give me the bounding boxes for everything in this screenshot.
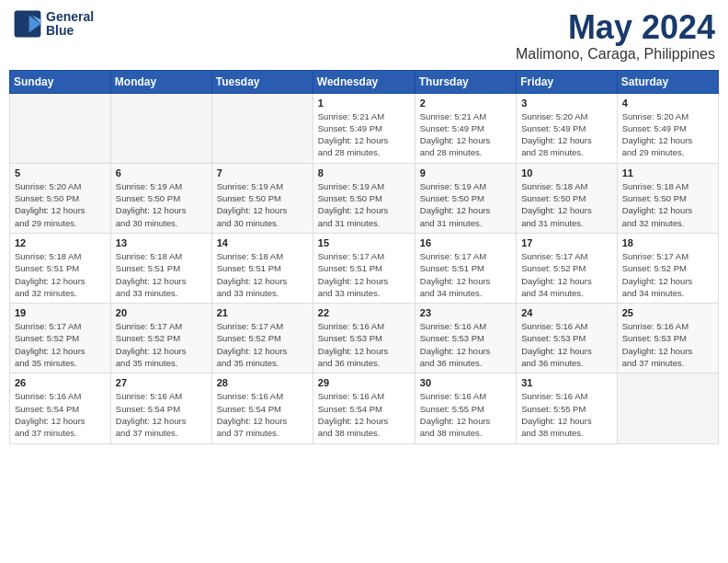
calendar-cell: 8Sunrise: 5:19 AM Sunset: 5:50 PM Daylig… [313, 163, 415, 233]
day-info: Sunrise: 5:19 AM Sunset: 5:50 PM Dayligh… [420, 180, 511, 229]
day-info: Sunrise: 5:17 AM Sunset: 5:52 PM Dayligh… [521, 250, 612, 299]
calendar-cell [10, 93, 111, 163]
calendar-cell: 18Sunrise: 5:17 AM Sunset: 5:52 PM Dayli… [617, 233, 718, 303]
day-number: 7 [217, 167, 308, 178]
day-info: Sunrise: 5:16 AM Sunset: 5:54 PM Dayligh… [217, 390, 308, 439]
calendar-cell: 9Sunrise: 5:19 AM Sunset: 5:50 PM Daylig… [415, 163, 516, 233]
calendar-cell: 15Sunrise: 5:17 AM Sunset: 5:51 PM Dayli… [313, 233, 415, 303]
calendar-cell: 19Sunrise: 5:17 AM Sunset: 5:52 PM Dayli… [10, 304, 111, 373]
calendar-cell [617, 373, 718, 443]
calendar-cell: 29Sunrise: 5:16 AM Sunset: 5:54 PM Dayli… [313, 373, 415, 443]
day-number: 4 [622, 98, 713, 109]
weekday-header: Friday [517, 70, 618, 93]
day-number: 9 [420, 167, 511, 178]
calendar-cell: 21Sunrise: 5:17 AM Sunset: 5:52 PM Dayli… [211, 304, 313, 373]
calendar-cell: 7Sunrise: 5:19 AM Sunset: 5:50 PM Daylig… [211, 163, 313, 233]
calendar-week-row: 1Sunrise: 5:21 AM Sunset: 5:49 PM Daylig… [10, 93, 719, 163]
day-info: Sunrise: 5:16 AM Sunset: 5:55 PM Dayligh… [420, 390, 511, 439]
calendar-cell: 10Sunrise: 5:18 AM Sunset: 5:50 PM Dayli… [517, 163, 618, 233]
calendar-week-row: 12Sunrise: 5:18 AM Sunset: 5:51 PM Dayli… [10, 233, 719, 303]
day-number: 16 [420, 237, 511, 248]
calendar-week-row: 19Sunrise: 5:17 AM Sunset: 5:52 PM Dayli… [10, 304, 719, 373]
calendar-cell: 26Sunrise: 5:16 AM Sunset: 5:54 PM Dayli… [10, 373, 111, 443]
day-info: Sunrise: 5:18 AM Sunset: 5:50 PM Dayligh… [521, 180, 612, 229]
day-info: Sunrise: 5:21 AM Sunset: 5:49 PM Dayligh… [420, 110, 511, 159]
calendar-header-row: SundayMondayTuesdayWednesdayThursdayFrid… [10, 70, 719, 93]
logo-icon [13, 9, 42, 39]
calendar-cell: 12Sunrise: 5:18 AM Sunset: 5:51 PM Dayli… [10, 233, 111, 303]
day-number: 21 [217, 307, 308, 318]
calendar-cell: 3Sunrise: 5:20 AM Sunset: 5:49 PM Daylig… [517, 93, 618, 163]
calendar-cell: 31Sunrise: 5:16 AM Sunset: 5:55 PM Dayli… [517, 373, 618, 443]
day-info: Sunrise: 5:19 AM Sunset: 5:50 PM Dayligh… [318, 180, 410, 229]
logo: General Blue [13, 9, 94, 39]
calendar-cell: 17Sunrise: 5:17 AM Sunset: 5:52 PM Dayli… [517, 233, 618, 303]
calendar-cell: 30Sunrise: 5:16 AM Sunset: 5:55 PM Dayli… [415, 373, 516, 443]
calendar-cell: 16Sunrise: 5:17 AM Sunset: 5:51 PM Dayli… [415, 233, 516, 303]
logo-line1: General [46, 10, 94, 24]
weekday-header: Tuesday [211, 70, 313, 93]
page-header: General Blue May 2024 Malimono, Caraga, … [9, 9, 719, 63]
calendar-cell: 23Sunrise: 5:16 AM Sunset: 5:53 PM Dayli… [415, 304, 516, 373]
day-number: 25 [622, 307, 713, 318]
day-number: 1 [318, 98, 410, 109]
day-number: 8 [318, 167, 410, 178]
day-number: 2 [420, 98, 511, 109]
day-info: Sunrise: 5:17 AM Sunset: 5:51 PM Dayligh… [318, 250, 410, 299]
calendar-cell: 5Sunrise: 5:20 AM Sunset: 5:50 PM Daylig… [10, 163, 111, 233]
day-number: 18 [622, 237, 713, 248]
day-number: 14 [217, 237, 308, 248]
day-number: 13 [116, 237, 207, 248]
day-info: Sunrise: 5:19 AM Sunset: 5:50 PM Dayligh… [116, 180, 207, 229]
day-info: Sunrise: 5:20 AM Sunset: 5:49 PM Dayligh… [622, 110, 713, 159]
month-title: May 2024 [516, 9, 715, 46]
calendar-week-row: 26Sunrise: 5:16 AM Sunset: 5:54 PM Dayli… [10, 373, 719, 443]
day-number: 19 [15, 307, 106, 318]
calendar-table: SundayMondayTuesdayWednesdayThursdayFrid… [9, 70, 719, 444]
day-number: 20 [116, 307, 207, 318]
calendar-cell: 22Sunrise: 5:16 AM Sunset: 5:53 PM Dayli… [313, 304, 415, 373]
day-info: Sunrise: 5:18 AM Sunset: 5:51 PM Dayligh… [116, 250, 207, 299]
day-info: Sunrise: 5:17 AM Sunset: 5:52 PM Dayligh… [217, 320, 308, 369]
day-info: Sunrise: 5:17 AM Sunset: 5:52 PM Dayligh… [15, 320, 106, 369]
calendar-cell: 1Sunrise: 5:21 AM Sunset: 5:49 PM Daylig… [313, 93, 415, 163]
day-number: 23 [420, 307, 511, 318]
calendar-cell: 14Sunrise: 5:18 AM Sunset: 5:51 PM Dayli… [211, 233, 313, 303]
calendar-cell: 24Sunrise: 5:16 AM Sunset: 5:53 PM Dayli… [517, 304, 618, 373]
day-number: 31 [521, 377, 612, 388]
title-block: May 2024 Malimono, Caraga, Philippines [516, 9, 715, 63]
day-number: 29 [318, 377, 410, 388]
day-number: 30 [420, 377, 511, 388]
day-info: Sunrise: 5:16 AM Sunset: 5:53 PM Dayligh… [521, 320, 612, 369]
calendar-cell: 27Sunrise: 5:16 AM Sunset: 5:54 PM Dayli… [110, 373, 211, 443]
day-number: 28 [217, 377, 308, 388]
weekday-header: Wednesday [313, 70, 415, 93]
calendar-cell: 13Sunrise: 5:18 AM Sunset: 5:51 PM Dayli… [110, 233, 211, 303]
day-number: 15 [318, 237, 410, 248]
logo-line2: Blue [46, 24, 94, 38]
day-info: Sunrise: 5:16 AM Sunset: 5:54 PM Dayligh… [318, 390, 410, 439]
weekday-header: Thursday [415, 70, 516, 93]
weekday-header: Monday [110, 70, 211, 93]
day-info: Sunrise: 5:16 AM Sunset: 5:55 PM Dayligh… [521, 390, 612, 439]
calendar-cell: 6Sunrise: 5:19 AM Sunset: 5:50 PM Daylig… [110, 163, 211, 233]
day-info: Sunrise: 5:18 AM Sunset: 5:50 PM Dayligh… [622, 180, 713, 229]
day-number: 10 [521, 167, 612, 178]
weekday-header: Sunday [10, 70, 111, 93]
day-info: Sunrise: 5:20 AM Sunset: 5:50 PM Dayligh… [15, 180, 106, 229]
day-number: 12 [15, 237, 106, 248]
calendar-cell: 4Sunrise: 5:20 AM Sunset: 5:49 PM Daylig… [617, 93, 718, 163]
calendar-cell [211, 93, 313, 163]
location-title: Malimono, Caraga, Philippines [516, 46, 715, 63]
day-info: Sunrise: 5:16 AM Sunset: 5:53 PM Dayligh… [622, 320, 713, 369]
day-number: 3 [521, 98, 612, 109]
day-number: 6 [116, 167, 207, 178]
calendar-cell: 25Sunrise: 5:16 AM Sunset: 5:53 PM Dayli… [617, 304, 718, 373]
day-info: Sunrise: 5:17 AM Sunset: 5:51 PM Dayligh… [420, 250, 511, 299]
day-info: Sunrise: 5:16 AM Sunset: 5:54 PM Dayligh… [116, 390, 207, 439]
day-number: 24 [521, 307, 612, 318]
day-info: Sunrise: 5:21 AM Sunset: 5:49 PM Dayligh… [318, 110, 410, 159]
day-number: 27 [116, 377, 207, 388]
calendar-cell: 28Sunrise: 5:16 AM Sunset: 5:54 PM Dayli… [211, 373, 313, 443]
calendar-cell: 2Sunrise: 5:21 AM Sunset: 5:49 PM Daylig… [415, 93, 516, 163]
